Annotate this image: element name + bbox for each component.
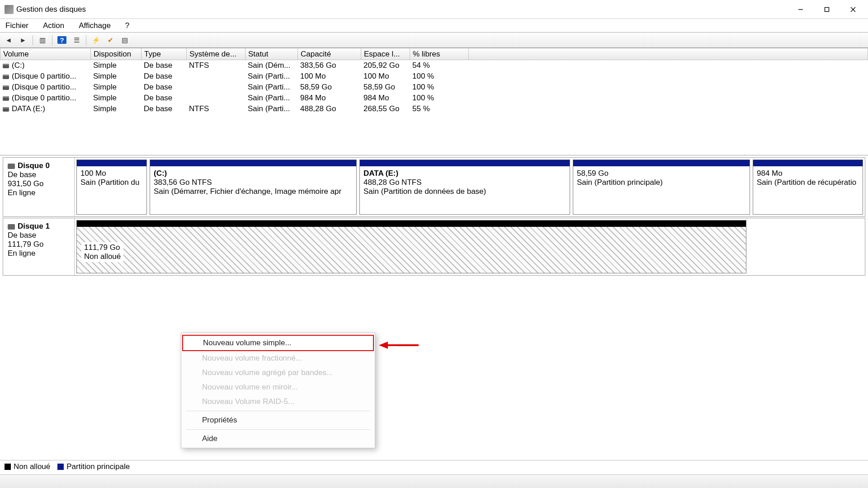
- ctx-new-simple-volume[interactable]: Nouveau volume simple...: [182, 335, 374, 351]
- arrow-left-icon: ◄: [5, 36, 12, 44]
- close-icon: [850, 7, 856, 12]
- volume-icon: [3, 85, 9, 90]
- col-pctfree[interactable]: % libres: [410, 48, 469, 60]
- close-button[interactable]: [840, 0, 866, 19]
- table-header-row: Volume Disposition Type Système de... St…: [0, 48, 868, 60]
- toolbar-check-button[interactable]: ✔: [104, 34, 116, 46]
- col-volume[interactable]: Volume: [0, 48, 91, 60]
- maximize-icon: [824, 7, 830, 12]
- disk1-basic: De base: [8, 231, 70, 240]
- nav-back-button[interactable]: ◄: [3, 34, 14, 46]
- ctx-new-mirrored-volume: Nouveau volume en miroir...: [182, 380, 374, 394]
- disk-graphical-view: Disque 0 De base 931,50 Go En ligne 100 …: [0, 155, 868, 277]
- nav-forward-button[interactable]: ►: [17, 34, 29, 46]
- volume-table-wrap: Volume Disposition Type Système de... St…: [0, 48, 868, 155]
- col-disposition[interactable]: Disposition: [91, 48, 142, 60]
- settings-icon: ▤: [122, 36, 128, 44]
- menu-action[interactable]: Action: [41, 20, 66, 31]
- col-free[interactable]: Espace l...: [361, 48, 410, 60]
- app-icon: [5, 5, 14, 14]
- disk0-header: Disque 0 De base 931,50 Go En ligne: [3, 158, 75, 216]
- disk0-state: En ligne: [8, 188, 70, 197]
- disk1-unallocated[interactable]: 111,79 Go Non alloué: [76, 220, 746, 273]
- disk0-name: Disque 0: [18, 161, 50, 170]
- table-row[interactable]: (Disque 0 partitio...SimpleDe baseSain (…: [0, 93, 868, 103]
- disk-icon: [8, 224, 15, 230]
- ctx-help[interactable]: Aide: [182, 432, 374, 446]
- disk1-name: Disque 1: [18, 222, 50, 230]
- minimize-icon: [798, 7, 803, 12]
- table-row[interactable]: (Disque 0 partitio...SimpleDe baseSain (…: [0, 71, 868, 82]
- panel-icon: ▥: [39, 36, 46, 44]
- volume-icon: [3, 96, 9, 101]
- col-capacity[interactable]: Capacité: [298, 48, 361, 60]
- col-status[interactable]: Statut: [245, 48, 298, 60]
- menubar: Fichier Action Affichage ?: [0, 19, 868, 33]
- table-row[interactable]: (Disque 0 partitio...SimpleDe baseSain (…: [0, 82, 868, 93]
- table-row[interactable]: (C:)SimpleDe baseNTFSSain (Dém...383,56 …: [0, 60, 868, 71]
- refresh-icon: ⚡: [92, 36, 100, 44]
- list-icon: ☰: [74, 36, 80, 44]
- toolbar-view-button[interactable]: ▥: [37, 34, 48, 46]
- volume-table[interactable]: Volume Disposition Type Système de... St…: [0, 48, 868, 60]
- disk1-row[interactable]: Disque 1 De base 111,79 Go En ligne 111,…: [3, 218, 865, 276]
- check-icon: ✔: [108, 36, 113, 44]
- disk1-header: Disque 1 De base 111,79 Go En ligne: [3, 218, 75, 275]
- menu-file[interactable]: Fichier: [4, 20, 30, 31]
- unalloc-label: 111,79 Go Non alloué: [81, 242, 123, 262]
- legend-primary-swatch: [57, 464, 64, 470]
- partition[interactable]: DATA (E:)488,28 Go NTFSSain (Partition d…: [359, 160, 570, 215]
- disk0-size: 931,50 Go: [8, 179, 70, 188]
- toolbar-help-button[interactable]: ?: [56, 34, 68, 46]
- partition[interactable]: (C:)383,56 Go NTFSSain (Démarrer, Fichie…: [150, 160, 357, 215]
- window-title: Gestion des disques: [16, 5, 86, 14]
- partition[interactable]: 984 MoSain (Partition de récupératio: [753, 160, 863, 215]
- svg-marker-5: [379, 342, 388, 349]
- partition[interactable]: 100 MoSain (Partition du: [76, 160, 147, 215]
- disk0-row[interactable]: Disque 0 De base 931,50 Go En ligne 100 …: [3, 157, 865, 217]
- disk1-size: 111,79 Go: [8, 240, 70, 249]
- statusbar: [0, 474, 868, 488]
- col-type[interactable]: Type: [142, 48, 187, 60]
- arrow-right-icon: ►: [20, 36, 27, 44]
- legend-unalloc-label: Non alloué: [14, 462, 50, 471]
- disk-icon: [8, 164, 15, 169]
- col-blank: [469, 48, 868, 60]
- maximize-button[interactable]: [814, 0, 840, 19]
- menu-help[interactable]: ?: [123, 20, 131, 31]
- unalloc-size: 111,79 Go: [84, 243, 121, 252]
- toolbar-settings-button[interactable]: ▤: [119, 34, 131, 46]
- ctx-new-spanned-volume: Nouveau volume fractionné...: [182, 351, 374, 366]
- legend-primary-label: Partition principale: [66, 462, 130, 471]
- toolbar-refresh-button[interactable]: ⚡: [90, 34, 102, 46]
- toolbar-list-button[interactable]: ☰: [71, 34, 82, 46]
- help-icon: ?: [57, 36, 66, 44]
- ctx-new-striped-volume: Nouveau volume agrégé par bandes...: [182, 366, 374, 380]
- ctx-new-raid5-volume: Nouveau Volume RAID-5...: [182, 394, 374, 409]
- col-fs[interactable]: Système de...: [187, 48, 245, 60]
- table-row[interactable]: DATA (E:)SimpleDe baseNTFSSain (Parti...…: [0, 103, 868, 114]
- svg-rect-1: [825, 7, 829, 11]
- context-menu: Nouveau volume simple... Nouveau volume …: [181, 333, 375, 448]
- menu-view[interactable]: Affichage: [77, 20, 113, 31]
- disk1-state: En ligne: [8, 249, 70, 258]
- partition[interactable]: 58,59 GoSain (Partition principale): [573, 160, 750, 215]
- disk0-basic: De base: [8, 170, 70, 179]
- toolbar: ◄ ► ▥ ? ☰ ⚡ ✔ ▤: [0, 33, 868, 48]
- annotation-arrow-icon: [379, 341, 420, 350]
- legend-unalloc-swatch: [5, 464, 11, 470]
- legend: Non alloué Partition principale: [0, 460, 868, 473]
- volume-icon: [3, 107, 9, 112]
- minimize-button[interactable]: [788, 0, 814, 19]
- volume-icon: [3, 64, 9, 68]
- ctx-properties[interactable]: Propriétés: [182, 413, 374, 427]
- titlebar: Gestion des disques: [0, 0, 868, 19]
- unalloc-text: Non alloué: [84, 252, 121, 261]
- volume-icon: [3, 75, 9, 79]
